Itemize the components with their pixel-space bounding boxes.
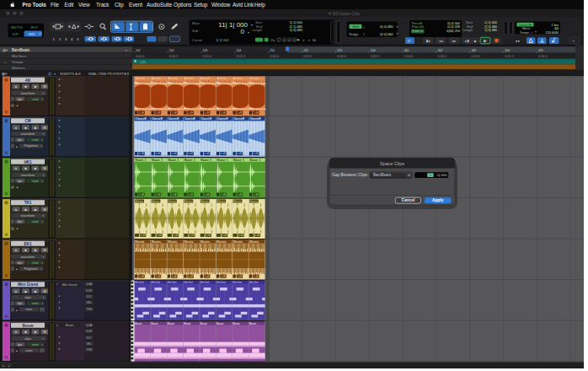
svg-text:Main: Main xyxy=(192,21,200,25)
svg-text:Cancel: Cancel xyxy=(402,198,415,202)
svg-text:VEL: VEL xyxy=(87,342,92,346)
svg-text:Meter: Meter xyxy=(522,27,531,30)
svg-text:read: read xyxy=(32,138,38,142)
svg-text:▾: ▾ xyxy=(248,30,249,35)
svg-text:Cursor: Cursor xyxy=(192,38,203,42)
svg-text:120.0000: 120.0000 xyxy=(546,31,559,35)
svg-text:▾: ▾ xyxy=(397,25,398,29)
svg-text:●: ● xyxy=(15,167,17,170)
svg-text:000 Space Clips: 000 Space Clips xyxy=(333,12,361,16)
svg-text:none: none xyxy=(26,349,33,352)
svg-text:▶: ▶ xyxy=(484,39,487,43)
svg-text:clips: clips xyxy=(24,296,31,299)
svg-text:CM: CM xyxy=(24,119,30,123)
svg-text:1|1: 1|1 xyxy=(136,48,141,52)
svg-text:Tempo: Tempo xyxy=(12,60,24,64)
svg-text:DUR: DUR xyxy=(86,330,93,333)
svg-text:waveform: waveform xyxy=(21,214,35,218)
svg-text:0: 0 xyxy=(294,39,296,42)
svg-text:none: none xyxy=(26,308,33,311)
svg-text:▾: ▾ xyxy=(43,214,45,218)
svg-text:Apply: Apply xyxy=(432,198,444,202)
svg-text:QUA: QUA xyxy=(86,324,93,327)
svg-text:0:01.5: 0:01.5 xyxy=(236,55,245,58)
svg-text:Dly: Dly xyxy=(270,39,275,42)
svg-text:▴: ▴ xyxy=(16,145,18,148)
svg-text:Mini Grand: Mini Grand xyxy=(18,282,38,287)
svg-text:+: + xyxy=(4,60,7,64)
svg-text:4|1: 4|1 xyxy=(538,48,543,52)
svg-text:▾: ▾ xyxy=(54,72,56,76)
svg-text:0:01.0: 0:01.0 xyxy=(203,55,212,58)
svg-text:Boom: Boom xyxy=(66,324,73,327)
svg-text:2|4: 2|4 xyxy=(371,48,376,52)
svg-text:✒: ✒ xyxy=(297,37,300,42)
svg-text:M: M xyxy=(43,331,45,334)
svg-text:TRN: TRN xyxy=(86,308,92,311)
svg-text:♩120: ♩120 xyxy=(137,61,146,64)
svg-text:SLIP: SLIP xyxy=(13,33,19,36)
svg-text:1| 0| 480: 1| 0| 480 xyxy=(484,29,497,32)
svg-text:VEL: VEL xyxy=(87,301,92,304)
svg-text:Length: Length xyxy=(252,29,262,32)
svg-text:▴: ▴ xyxy=(17,104,19,107)
svg-text:M: M xyxy=(43,208,45,212)
svg-text:▾: ▾ xyxy=(126,48,127,52)
svg-text:M: M xyxy=(43,249,45,252)
svg-text:3|2: 3|2 xyxy=(438,48,443,52)
svg-text:Post-roll: Post-roll xyxy=(412,25,424,29)
svg-text:▸▮: ▸▮ xyxy=(465,39,468,43)
svg-text:BarsBeats: BarsBeats xyxy=(12,48,30,52)
svg-text:▾: ▾ xyxy=(43,255,45,259)
svg-text:EK1: EK1 xyxy=(24,242,32,246)
svg-text:Count Off: Count Off xyxy=(519,24,532,27)
svg-text:dyn: dyn xyxy=(18,261,23,265)
svg-text:▴: ▴ xyxy=(16,349,18,352)
svg-text:M: M xyxy=(43,167,45,170)
svg-text:2|2: 2|2 xyxy=(303,48,308,52)
svg-text:DLY: DLY xyxy=(87,295,93,298)
svg-text:Edit: Edit xyxy=(65,2,74,8)
svg-text:1|3: 1|3 xyxy=(203,48,208,52)
svg-text:♪: ♪ xyxy=(531,30,532,35)
svg-text:read: read xyxy=(32,261,38,265)
svg-text:1|2: 1|2 xyxy=(169,48,174,52)
svg-text:REAL-TIME PROPERTIES: REAL-TIME PROPERTIES xyxy=(88,72,129,76)
svg-text:View: View xyxy=(78,2,90,8)
svg-text:0| 0| 058: 0| 0| 058 xyxy=(447,25,460,29)
svg-text:GRID: GRID xyxy=(29,33,36,36)
svg-text:M: M xyxy=(43,85,45,89)
svg-text:M: M xyxy=(43,126,45,130)
svg-text:0:03.0: 0:03.0 xyxy=(337,55,346,58)
svg-text:SHUTTLE: SHUTTLE xyxy=(11,26,23,30)
svg-text:1| 1| 000: 1| 1| 000 xyxy=(216,38,229,42)
svg-text:Avid Link: Avid Link xyxy=(233,2,254,8)
svg-text:read: read xyxy=(32,98,38,101)
svg-text:dyn: dyn xyxy=(18,180,23,183)
svg-text:↯: ↯ xyxy=(572,39,575,43)
svg-text:read: read xyxy=(32,180,38,183)
svg-text:DLY: DLY xyxy=(87,336,93,340)
svg-text:▾: ▾ xyxy=(43,174,45,177)
svg-text:●: ● xyxy=(15,208,17,212)
svg-text:Setup: Setup xyxy=(194,2,208,8)
svg-text:AK: AK xyxy=(25,78,31,83)
svg-text:SPOT: SPOT xyxy=(31,26,39,30)
svg-text:Help: Help xyxy=(254,2,265,8)
svg-text:0:03.5: 0:03.5 xyxy=(371,55,380,58)
svg-text:Sub: Sub xyxy=(192,29,199,33)
svg-text:Polyphonic: Polyphonic xyxy=(24,144,38,148)
svg-text:2| 1| 480: 2| 1| 480 xyxy=(484,25,497,29)
svg-text:0| 000: 0| 000 xyxy=(437,173,447,177)
svg-text:0:04.0: 0:04.0 xyxy=(404,55,414,58)
svg-text:↺: ↺ xyxy=(408,39,411,43)
svg-text:Gap Between Clips:: Gap Between Clips: xyxy=(332,173,368,177)
svg-text:▾: ▾ xyxy=(43,296,45,299)
svg-text:AudioSuite: AudioSuite xyxy=(147,2,173,8)
svg-text:●: ● xyxy=(15,290,17,293)
svg-text:Pro Tools: Pro Tools xyxy=(23,2,47,8)
svg-text:▾: ▾ xyxy=(43,132,45,136)
svg-text:read: read xyxy=(32,220,38,223)
svg-text:Length: Length xyxy=(462,29,473,32)
svg-text:1: 1 xyxy=(430,174,431,177)
